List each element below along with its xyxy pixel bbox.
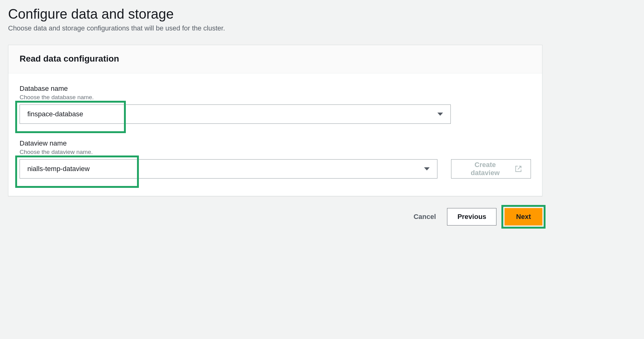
database-name-select[interactable]: finspace-database <box>20 104 451 124</box>
cancel-button[interactable]: Cancel <box>410 208 439 225</box>
dataview-name-label: Dataview name <box>20 139 531 147</box>
chevron-down-icon <box>437 113 443 116</box>
database-name-value: finspace-database <box>27 110 83 118</box>
create-dataview-button[interactable]: Create dataview <box>451 159 531 179</box>
dataview-name-group: Dataview name Choose the dataview name. … <box>20 139 531 179</box>
previous-button[interactable]: Previous <box>447 208 496 225</box>
page-title: Configure data and storage <box>8 6 636 22</box>
dataview-name-value: nialls-temp-dataview <box>27 165 90 173</box>
create-dataview-label: Create dataview <box>460 161 510 177</box>
panel-title: Read data configuration <box>20 54 531 64</box>
read-data-config-panel: Read data configuration Database name Ch… <box>8 45 542 196</box>
page-subtitle: Choose data and storage configurations t… <box>8 24 636 32</box>
database-name-label: Database name <box>20 85 531 93</box>
database-name-group: Database name Choose the database name. … <box>20 85 531 124</box>
panel-header: Read data configuration <box>8 45 542 73</box>
next-button[interactable]: Next <box>505 208 542 225</box>
dataview-name-hint: Choose the dataview name. <box>20 149 531 156</box>
chevron-down-icon <box>424 167 430 170</box>
external-link-icon <box>515 165 522 173</box>
dataview-name-select[interactable]: nialls-temp-dataview <box>20 159 437 179</box>
wizard-actions: Cancel Previous Next <box>8 206 542 225</box>
database-name-hint: Choose the database name. <box>20 94 531 101</box>
